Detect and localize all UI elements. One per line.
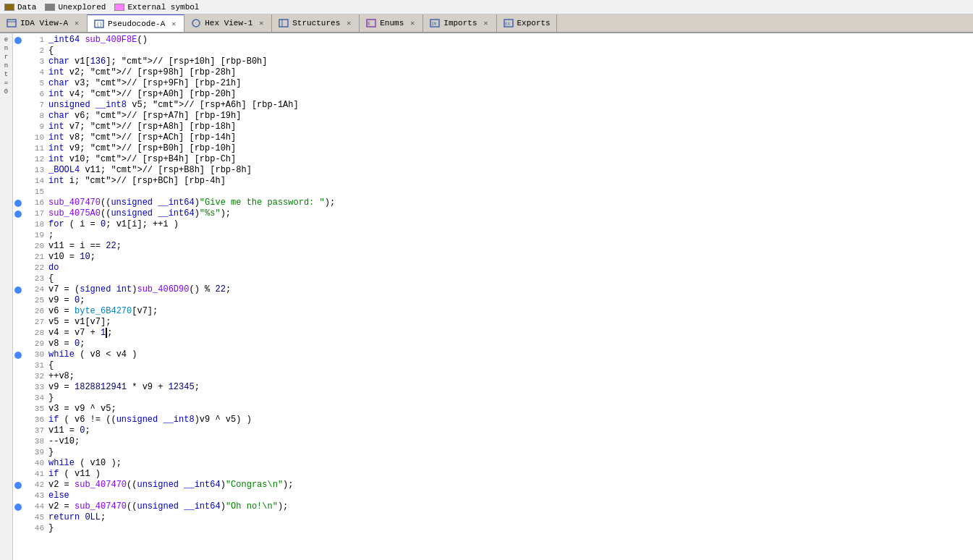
line-dot-16: [14, 200, 22, 207]
line-dot-27: [14, 319, 22, 326]
code-line-46: 46}: [13, 523, 973, 534]
line-dot-28: [14, 330, 22, 337]
line-content-26: v6 = byte_6B4270[v7];: [48, 306, 158, 317]
line-content-42: v2 = sub_407470((unsigned __int64)"Congr…: [48, 480, 294, 491]
tab-imports[interactable]: IM Imports ✕: [423, 14, 496, 32]
line-num-4: 4: [24, 67, 44, 78]
line-dot-26: [14, 308, 22, 315]
code-line-2: 2{: [13, 46, 973, 56]
line-num-2: 2: [24, 46, 44, 56]
tab-structures-close[interactable]: ✕: [344, 19, 353, 27]
line-content-9: int v7; "cmt">// [rsp+A8h] [rbp-18h]: [48, 122, 236, 132]
tab-enums-close[interactable]: ✕: [408, 19, 417, 27]
line-dot-41: [14, 471, 22, 478]
line-dot-32: [14, 373, 22, 381]
code-line-13: 13 _BOOL4 v11; "cmt">// [rsp+B8h] [rbp-8…: [13, 165, 973, 176]
line-dot-40: [14, 460, 22, 467]
code-line-27: 27 v5 = v1[v7];: [13, 317, 973, 328]
line-dot-38: [14, 438, 22, 446]
line-dot-12: [14, 156, 22, 164]
line-num-11: 11: [24, 143, 44, 154]
line-dot-36: [14, 417, 22, 424]
line-dot-1: [14, 37, 22, 44]
line-content-40: while ( v10 );: [48, 458, 122, 469]
left-sidebar: e n r n t = 0: [0, 33, 13, 560]
line-content-5: char v3; "cmt">// [rsp+9Fh] [rbp-21h]: [48, 78, 241, 89]
line-num-26: 26: [24, 306, 44, 317]
code-line-11: 11 int v9; "cmt">// [rsp+B0h] [rbp-10h]: [13, 143, 973, 154]
tab-pseudocode-a[interactable]: {} Pseudocode-A ✕: [88, 14, 184, 33]
line-num-25: 25: [24, 295, 44, 306]
tab-exports-label: Exports: [517, 19, 551, 27]
line-dot-46: [14, 525, 22, 533]
code-line-45: 45 return 0LL;: [13, 512, 973, 523]
line-num-18: 18: [24, 219, 44, 230]
code-line-5: 5 char v3; "cmt">// [rsp+9Fh] [rbp-21h]: [13, 78, 973, 89]
line-num-43: 43: [24, 491, 44, 501]
line-num-16: 16: [24, 198, 44, 208]
tab-pseudo-label: Pseudocode-A: [108, 20, 165, 28]
code-line-1: 1_int64 sub_400F8E(): [13, 35, 973, 46]
line-num-36: 36: [24, 415, 44, 425]
tab-hex-label: Hex View-1: [205, 19, 252, 27]
line-content-13: _BOOL4 v11; "cmt">// [rsp+B8h] [rbp-8h]: [48, 165, 252, 176]
line-num-21: 21: [24, 252, 44, 263]
code-line-41: 41 if ( v11 ): [13, 469, 973, 480]
code-area[interactable]: 1_int64 sub_400F8E()2{3 char v1[136]; "c…: [13, 33, 973, 560]
line-dot-3: [14, 59, 22, 66]
code-line-24: 24 v7 = (signed int)sub_406D90() % 22;: [13, 284, 973, 295]
line-content-16: sub_407470((unsigned __int64)"Give me th…: [48, 198, 335, 208]
legend-external-color: [114, 4, 124, 11]
sidebar-char-eq: =: [4, 80, 8, 87]
line-content-18: for ( i = 0; v1[i]; ++i ): [48, 219, 179, 230]
line-num-24: 24: [24, 284, 44, 295]
line-dot-25: [14, 297, 22, 305]
line-dot-9: [14, 124, 22, 131]
line-dot-33: [14, 384, 22, 391]
code-line-25: 25 v9 = 0;: [13, 295, 973, 306]
line-dot-17: [14, 211, 22, 218]
tab-bar: IDA View-A ✕ {} Pseudocode-A ✕ Hex View-…: [0, 14, 973, 33]
line-num-37: 37: [24, 425, 44, 436]
tab-imports-close[interactable]: ✕: [482, 19, 490, 27]
tab-enums[interactable]: E Enums ✕: [360, 14, 423, 32]
line-dot-20: [14, 243, 22, 250]
line-dot-35: [14, 406, 22, 413]
line-content-4: int v2; "cmt">// [rsp+98h] [rbp-28h]: [48, 67, 236, 78]
line-content-23: {: [48, 273, 54, 284]
line-dot-14: [14, 178, 22, 185]
line-num-27: 27: [24, 317, 44, 328]
line-dot-34: [14, 395, 22, 402]
line-content-11: int v9; "cmt">// [rsp+B0h] [rbp-10h]: [48, 143, 236, 154]
line-content-34: }: [48, 393, 54, 404]
line-num-8: 8: [24, 111, 44, 122]
tab-structures[interactable]: Structures ✕: [272, 14, 360, 32]
code-line-34: 34 }: [13, 393, 973, 404]
line-content-10: int v8; "cmt">// [rsp+ACh] [rbp-14h]: [48, 132, 236, 143]
tab-exports[interactable]: EX Exports: [497, 14, 557, 32]
code-line-9: 9 int v7; "cmt">// [rsp+A8h] [rbp-18h]: [13, 122, 973, 132]
tab-ida-close[interactable]: ✕: [72, 19, 81, 27]
code-line-35: 35 v3 = v9 ^ v5;: [13, 404, 973, 415]
legend-data-color: [4, 4, 14, 11]
line-dot-39: [14, 449, 22, 457]
code-line-29: 29 v8 = 0;: [13, 339, 973, 349]
code-line-36: 36 if ( v6 != ((unsigned __int8)v9 ^ v5)…: [13, 415, 973, 425]
tab-hex-close[interactable]: ✕: [257, 19, 265, 27]
svg-point-4: [192, 20, 200, 27]
line-dot-31: [14, 362, 22, 370]
line-num-45: 45: [24, 512, 44, 523]
code-line-12: 12 int v10; "cmt">// [rsp+B4h] [rbp-Ch]: [13, 154, 973, 165]
tab-ida-view-a[interactable]: IDA View-A ✕: [0, 14, 88, 32]
line-dot-7: [14, 102, 22, 109]
line-num-14: 14: [24, 176, 44, 187]
code-line-15: 15: [13, 187, 973, 198]
line-content-41: if ( v11 ): [48, 469, 101, 480]
tab-pseudo-close[interactable]: ✕: [169, 20, 178, 28]
line-dot-8: [14, 113, 22, 120]
legend-unexplored: Unexplored: [45, 3, 106, 12]
code-line-43: 43 else: [13, 491, 973, 501]
tab-hex-view-1[interactable]: Hex View-1 ✕: [184, 14, 272, 32]
tab-struct-icon: [278, 18, 289, 28]
line-content-44: v2 = sub_407470((unsigned __int64)"Oh no…: [48, 501, 288, 512]
